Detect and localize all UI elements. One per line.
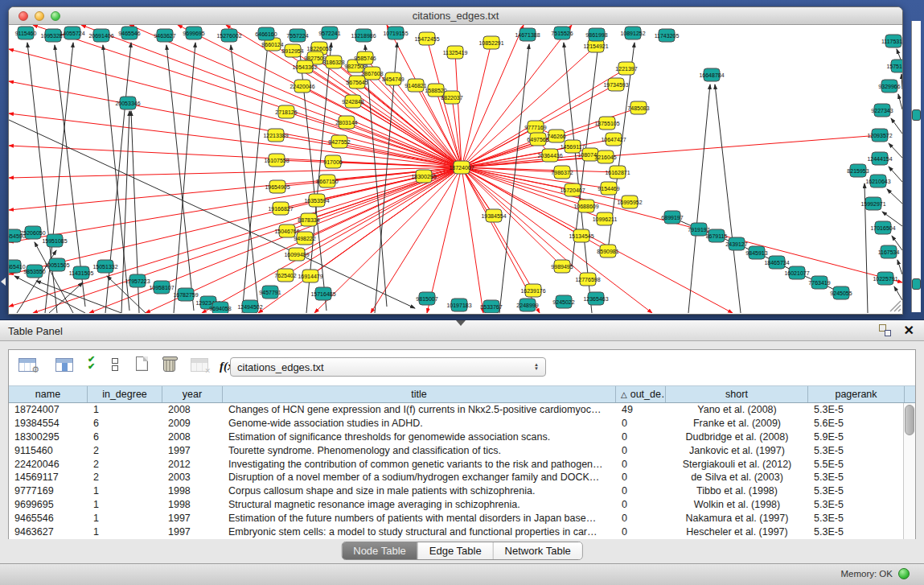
select-columns-icon[interactable]: ✔✔ xyxy=(88,356,93,370)
table-cell[interactable]: 9463627 xyxy=(9,525,88,539)
table-cell[interactable]: 5.5E-5 xyxy=(808,458,905,472)
scrollbar-thumb[interactable] xyxy=(905,405,914,435)
table-cell[interactable]: 0 xyxy=(616,417,666,431)
table-cell[interactable]: 19384554 xyxy=(9,417,88,431)
table-cell[interactable]: 1997 xyxy=(162,444,223,458)
table-cell[interactable]: de Silva et al. (2003) xyxy=(666,471,808,484)
table-row[interactable]: 911546021997Tourette syndrome. Phenomeno… xyxy=(9,444,915,458)
table-cell[interactable]: 18300295 xyxy=(9,431,88,444)
table-cell[interactable]: Embryonic stem cells: a model to study s… xyxy=(223,525,616,539)
table-cell[interactable]: 2 xyxy=(88,444,162,458)
table-cell[interactable]: 5.3E-5 xyxy=(808,471,905,484)
table-cell[interactable]: Estimation of the future numbers of pati… xyxy=(223,512,616,525)
row-height-icon[interactable] xyxy=(112,358,118,371)
table-row[interactable]: 1830029562008Estimation of significance … xyxy=(9,431,915,444)
table-cell[interactable]: Tibbo et al. (1998) xyxy=(666,484,808,498)
table-cell[interactable]: 5.9E-5 xyxy=(808,431,905,444)
table-scrollbar[interactable] xyxy=(903,403,915,539)
table-cell[interactable]: 5.3E-5 xyxy=(808,484,905,498)
table-cell[interactable]: 1997 xyxy=(162,525,223,539)
table-row[interactable]: 1872400712008Changes of HCN gene express… xyxy=(9,403,915,417)
table-cell[interactable]: 2008 xyxy=(162,403,223,417)
table-cell[interactable]: 5.6E-5 xyxy=(808,417,905,431)
table-cell[interactable]: 2 xyxy=(88,458,162,472)
table-cell[interactable]: 5.3E-5 xyxy=(808,403,905,417)
table-cell[interactable]: Hescheler et al. (1997) xyxy=(666,525,808,539)
table-cell[interactable]: Genome-wide association studies in ADHD. xyxy=(223,417,616,431)
column-header-year[interactable]: year xyxy=(162,386,223,402)
table-cell[interactable]: 1997 xyxy=(162,512,223,525)
table-cell[interactable]: 0 xyxy=(616,458,666,472)
table-row[interactable]: 1456911722003Disruption of a novel membe… xyxy=(9,471,915,484)
table-cell[interactable]: Structural magnetic resonance image aver… xyxy=(223,498,616,512)
resize-grip-icon[interactable] xyxy=(890,301,901,311)
table-cell[interactable]: 1 xyxy=(88,484,162,498)
table-cell[interactable]: Tourette syndrome. Phenomenology and cla… xyxy=(223,444,616,458)
column-header-title[interactable]: title xyxy=(223,386,616,402)
table-cell[interactable]: 6 xyxy=(88,417,162,431)
table-cell[interactable]: 1 xyxy=(88,512,162,525)
table-cell[interactable]: Disruption of a novel member of a sodium… xyxy=(223,471,616,484)
table-cell[interactable]: 6 xyxy=(88,431,162,444)
table-row[interactable]: 2242004622012Investigating the contribut… xyxy=(9,458,915,472)
table-cell[interactable]: Wolkin et al. (1998) xyxy=(666,498,808,512)
table-cell[interactable]: Nakamura et al. (1997) xyxy=(666,512,808,525)
column-header-out_de[interactable]: △out_de… xyxy=(616,386,666,402)
table-cell[interactable]: Jankovic et al. (1997) xyxy=(666,444,808,458)
table-cell[interactable]: 5.3E-5 xyxy=(808,444,905,458)
table-cell[interactable]: 2009 xyxy=(162,417,223,431)
show-columns-icon[interactable] xyxy=(55,358,73,372)
float-panel-icon[interactable] xyxy=(879,324,891,336)
table-cell[interactable]: 0 xyxy=(616,471,666,484)
table-select-dropdown[interactable]: citations_edges.txt ▲▼ xyxy=(230,357,546,377)
table-cell[interactable]: Stergiakouli et al. (2012) xyxy=(666,458,808,472)
table-cell[interactable]: 0 xyxy=(616,525,666,539)
table-row[interactable]: 969969511998Structural magnetic resonanc… xyxy=(9,498,915,512)
new-column-icon[interactable] xyxy=(136,356,148,371)
table-mode-icon[interactable]: ⚙ xyxy=(18,358,36,372)
column-header-short[interactable]: short xyxy=(666,386,808,402)
table-cell[interactable]: 49 xyxy=(616,403,666,417)
citation-network-graph[interactable]: 1872400786601248912954182260589827509105… xyxy=(9,25,902,313)
tab-network-table[interactable]: Network Table xyxy=(494,542,582,559)
table-cell[interactable]: Yano et al. (2008) xyxy=(666,403,808,417)
table-cell[interactable]: 0 xyxy=(616,484,666,498)
network-window[interactable]: citations_edges.txt 18724007866012489129… xyxy=(8,6,903,315)
table-row[interactable]: 977716911998Corpus callosum shape and si… xyxy=(9,484,915,498)
table-cell[interactable]: 5.3E-5 xyxy=(808,512,905,525)
table-cell[interactable]: Dudbridge et al. (2008) xyxy=(666,431,808,444)
close-panel-icon[interactable]: ✕ xyxy=(904,324,914,336)
table-cell[interactable]: 2008 xyxy=(162,431,223,444)
tab-edge-table[interactable]: Edge Table xyxy=(418,542,494,559)
table-row[interactable]: 1938455462009Genome-wide association stu… xyxy=(9,417,915,431)
table-cell[interactable]: 1998 xyxy=(162,484,223,498)
table-cell[interactable]: 2 xyxy=(88,471,162,484)
table-cell[interactable]: 0 xyxy=(616,512,666,525)
table-cell[interactable]: 1 xyxy=(88,403,162,417)
table-cell[interactable]: 1 xyxy=(88,525,162,539)
table-cell[interactable]: 9777169 xyxy=(9,484,88,498)
splitter-handle-icon[interactable] xyxy=(456,320,466,326)
table-cell[interactable]: Investigating the contribution of common… xyxy=(223,458,616,472)
table-cell[interactable]: 2003 xyxy=(162,471,223,484)
table-cell[interactable]: Changes of HCN gene expression and I(f) … xyxy=(223,403,616,417)
table-cell[interactable]: 0 xyxy=(616,444,666,458)
table-cell[interactable]: 1998 xyxy=(162,498,223,512)
memory-ok-indicator-icon[interactable] xyxy=(898,568,910,579)
table-cell[interactable]: Corpus callosum shape and size in male p… xyxy=(223,484,616,498)
table-cell[interactable]: 14569117 xyxy=(9,471,88,484)
delete-column-icon[interactable] xyxy=(163,357,175,372)
table-cell[interactable]: 1 xyxy=(88,498,162,512)
network-window-titlebar[interactable]: citations_edges.txt xyxy=(9,7,902,25)
table-cell[interactable]: 9465546 xyxy=(9,512,88,525)
table-row[interactable]: 946554611997Estimation of the future num… xyxy=(9,512,915,525)
panel-collapse-arrow-icon[interactable] xyxy=(1,278,6,286)
column-header-pagerank[interactable]: pagerank xyxy=(808,386,905,402)
table-cell[interactable]: 9115460 xyxy=(9,444,88,458)
table-cell[interactable]: 5.3E-5 xyxy=(808,525,905,539)
table-cell[interactable]: Estimation of significance thresholds fo… xyxy=(223,431,616,444)
column-header-in_degree[interactable]: in_degree xyxy=(88,386,162,402)
network-graph-canvas[interactable]: 1872400786601248912954182260589827509105… xyxy=(9,25,902,313)
table-cell[interactable]: 9699695 xyxy=(9,498,88,512)
table-cell[interactable]: Franke et al. (2009) xyxy=(666,417,808,431)
